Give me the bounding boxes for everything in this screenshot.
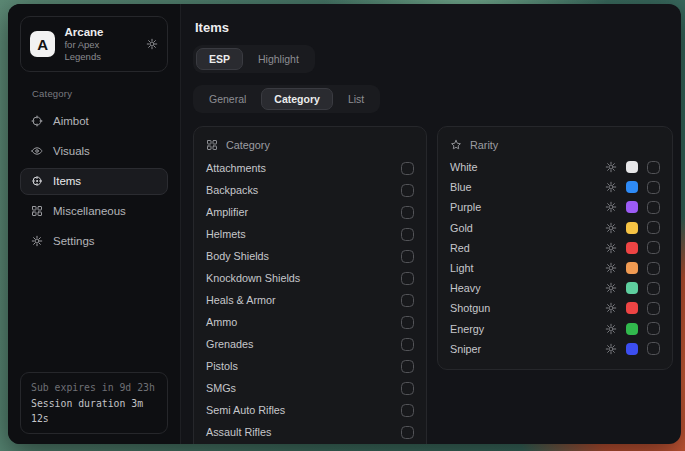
checkbox[interactable] [401, 360, 414, 373]
category-row-ammo: Ammo [206, 311, 414, 333]
rarity-row-energy: Energy [450, 319, 660, 339]
checkbox[interactable] [401, 162, 414, 175]
arcane-window: A Arcane for Apex Legends Category Aimbo… [8, 4, 681, 444]
sidebar-item-aimbot[interactable]: Aimbot [20, 108, 168, 135]
sidebar-item-items[interactable]: Items [20, 168, 168, 195]
sidebar-item-label: Settings [53, 235, 95, 247]
rarity-panel: Rarity WhiteBluePurpleGoldRedLightHeavyS… [437, 126, 673, 370]
rarity-row-label: Sniper [450, 343, 596, 355]
gear-icon[interactable] [605, 181, 617, 193]
checkbox[interactable] [401, 404, 414, 417]
category-row-smgs: SMGs [206, 377, 414, 399]
checkbox[interactable] [401, 184, 414, 197]
checkbox[interactable] [401, 294, 414, 307]
checkbox[interactable] [647, 342, 660, 355]
checkbox[interactable] [401, 382, 414, 395]
rarity-row-white: White [450, 157, 660, 177]
tab-list[interactable]: List [335, 88, 377, 110]
rarity-panel-header: Rarity [450, 132, 660, 157]
checkbox[interactable] [647, 322, 660, 335]
star-icon [450, 139, 462, 151]
category-row-attachments: Attachments [206, 157, 414, 179]
category-panel-header: Category [206, 132, 414, 157]
checkbox[interactable] [647, 262, 660, 275]
rarity-row-label: Blue [450, 181, 596, 193]
checkbox[interactable] [401, 426, 414, 439]
sidebar-section-label: Category [32, 88, 168, 99]
checkbox[interactable] [401, 206, 414, 219]
subscription-box: Sub expires in 9d 23h Session duration 3… [20, 372, 168, 434]
color-swatch[interactable] [626, 222, 638, 234]
color-swatch[interactable] [626, 242, 638, 254]
rarity-row-gold: Gold [450, 218, 660, 238]
sidebar-item-miscellaneous[interactable]: Miscellaneous [20, 198, 168, 225]
checkbox[interactable] [647, 181, 660, 194]
checkbox[interactable] [401, 272, 414, 285]
category-row-label: Semi Auto Rifles [206, 404, 285, 416]
eye-icon [31, 145, 43, 157]
gear-icon[interactable] [605, 262, 617, 274]
color-swatch[interactable] [626, 201, 638, 213]
category-row-assault-rifles: Assault Rifles [206, 421, 414, 443]
color-swatch[interactable] [626, 323, 638, 335]
target-icon [31, 175, 43, 187]
rarity-row-label: Red [450, 242, 596, 254]
checkbox[interactable] [401, 316, 414, 329]
sidebar: A Arcane for Apex Legends Category Aimbo… [8, 4, 181, 444]
tab-category[interactable]: Category [261, 88, 333, 110]
rarity-row-label: White [450, 161, 596, 173]
checkbox[interactable] [647, 201, 660, 214]
rarity-row-shotgun: Shotgun [450, 298, 660, 318]
checkbox[interactable] [647, 221, 660, 234]
color-swatch[interactable] [626, 302, 638, 314]
gear-icon[interactable] [605, 161, 617, 173]
sidebar-nav: AimbotVisualsItemsMiscellaneousSettings [20, 106, 168, 256]
tab-general[interactable]: General [196, 88, 259, 110]
color-swatch[interactable] [626, 262, 638, 274]
gear-icon[interactable] [605, 222, 617, 234]
gear-icon[interactable] [146, 38, 158, 50]
category-row-helmets: Helmets [206, 223, 414, 245]
gear-icon[interactable] [605, 343, 617, 355]
color-swatch[interactable] [626, 161, 638, 173]
tab-highlight[interactable]: Highlight [245, 48, 312, 70]
sidebar-item-settings[interactable]: Settings [20, 228, 168, 255]
gear-icon[interactable] [605, 201, 617, 213]
category-row-body-shields: Body Shields [206, 245, 414, 267]
checkbox[interactable] [401, 250, 414, 263]
checkbox[interactable] [647, 241, 660, 254]
gear-icon[interactable] [605, 282, 617, 294]
screen: A Arcane for Apex Legends Category Aimbo… [0, 0, 685, 451]
checkbox[interactable] [647, 161, 660, 174]
tab-esp[interactable]: ESP [196, 48, 243, 70]
category-row-label: Helmets [206, 228, 246, 240]
sidebar-item-label: Items [53, 175, 81, 187]
rarity-row-heavy: Heavy [450, 278, 660, 298]
checkbox[interactable] [647, 282, 660, 295]
category-row-label: Attachments [206, 162, 266, 174]
rarity-row-label: Heavy [450, 282, 596, 294]
category-row-label: Pistols [206, 360, 238, 372]
checkbox[interactable] [401, 228, 414, 241]
sidebar-item-label: Visuals [53, 145, 90, 157]
color-swatch[interactable] [626, 343, 638, 355]
gear-icon [31, 235, 43, 247]
category-row-label: Assault Rifles [206, 426, 271, 438]
category-row-amplifier: Amplifier [206, 201, 414, 223]
color-swatch[interactable] [626, 181, 638, 193]
color-swatch[interactable] [626, 282, 638, 294]
gear-icon[interactable] [605, 242, 617, 254]
checkbox[interactable] [401, 338, 414, 351]
checkbox[interactable] [647, 302, 660, 315]
gear-icon[interactable] [605, 302, 617, 314]
category-row-label: Heals & Armor [206, 294, 276, 306]
brand-logo: A [30, 31, 55, 57]
brand-subtitle: for Apex Legends [64, 39, 137, 63]
category-row-heals-armor: Heals & Armor [206, 289, 414, 311]
gear-icon[interactable] [605, 323, 617, 335]
grid-icon [31, 205, 43, 217]
brand-text: Arcane for Apex Legends [64, 25, 137, 63]
category-row-label: Grenades [206, 338, 253, 350]
rarity-panel-title: Rarity [470, 139, 498, 151]
sidebar-item-visuals[interactable]: Visuals [20, 138, 168, 165]
